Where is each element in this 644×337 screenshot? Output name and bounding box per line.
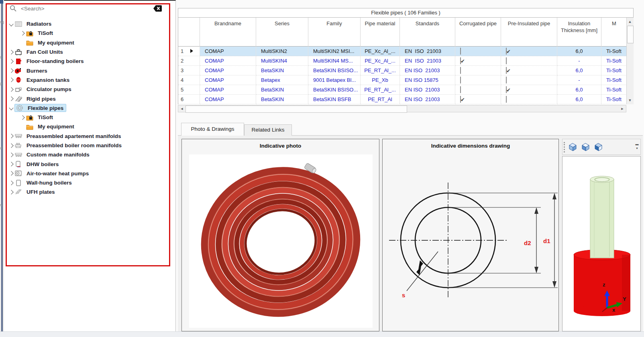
expander-icon[interactable]	[8, 134, 14, 138]
expander-icon[interactable]	[19, 32, 26, 35]
expander-icon[interactable]	[8, 22, 14, 26]
tab-photo-drawings[interactable]: Photo & Drawings	[181, 123, 244, 136]
expander-icon[interactable]	[8, 172, 14, 175]
column-header-insulation-thickness[interactable]: Insulation Thickness [mm]	[557, 18, 601, 47]
tree-item-ufh-plates[interactable]: UFH plates	[8, 187, 167, 197]
column-header-corrugated-pipe[interactable]: Corrugated pipe	[455, 18, 501, 47]
tree-item-my-equipment[interactable]: My equipment	[8, 122, 167, 131]
expander-icon[interactable]	[19, 116, 26, 119]
column-header-brandname[interactable]: Brandname	[200, 18, 256, 47]
expander-icon[interactable]	[8, 191, 14, 194]
pre-insulated-checkbox[interactable]	[506, 86, 507, 93]
tree-item-rigid-pipes[interactable]: Rigid pipes	[8, 94, 167, 103]
table-row[interactable]: 5 COMAP BetaSKIN BetaSKIN BSISO... PE_RT…	[178, 85, 626, 95]
tree-item-expansion-tanks[interactable]: Expansion tanks	[8, 75, 167, 85]
search-input[interactable]	[20, 5, 142, 12]
folder-lock-icon	[26, 114, 34, 121]
indicative-photo-image	[189, 154, 373, 328]
tree-item-radiators[interactable]: Radiators	[8, 19, 167, 28]
expander-icon[interactable]	[8, 162, 14, 166]
current-row-marker-icon	[190, 49, 193, 53]
dimensions-panel-title: Indicative dimensions drawing	[383, 139, 558, 149]
tree-item-fan-coil-units[interactable]: Fan Coil Units	[8, 47, 167, 57]
pre-insulated-checkbox[interactable]	[506, 77, 507, 83]
column-header-pipe-material[interactable]: Pipe material	[361, 18, 400, 47]
expander-icon[interactable]	[8, 69, 14, 72]
tree-item-label: Air-to-water heat pumps	[25, 170, 90, 177]
expander-icon[interactable]	[8, 106, 14, 110]
corrugated-checkbox[interactable]	[460, 48, 461, 55]
tree-item-tisoft[interactable]: TiSoft	[8, 28, 167, 38]
tree-item-dhw-boilers[interactable]: DHW boilers	[8, 159, 167, 168]
application-window: ng C g d n Radiators TiSoft	[0, 0, 644, 337]
equipment-tree: Radiators TiSoft My equipment Fan Coil U…	[8, 19, 167, 197]
scroll-right-icon[interactable]: ►	[619, 106, 626, 112]
radiator-icon	[14, 20, 22, 28]
pre-insulated-checkbox[interactable]	[506, 48, 507, 55]
column-header-manufacturer[interactable]: M	[601, 18, 627, 47]
tree-item-label: UFH plates	[25, 189, 57, 195]
corrugated-checkbox[interactable]	[460, 57, 461, 64]
pre-insulated-checkbox[interactable]	[506, 57, 507, 64]
row-number-column-header[interactable]	[178, 18, 200, 47]
expander-icon[interactable]	[8, 51, 14, 54]
view-open-cube-icon[interactable]	[579, 141, 591, 152]
tree-item-preassembled-apartment-manifolds[interactable]: Preassembled apartement manifolds	[8, 132, 167, 141]
3d-model-viewport[interactable]: z Y x	[562, 156, 641, 331]
edge-text-fragment: d	[0, 146, 4, 150]
tree-item-air-to-water-heat-pumps[interactable]: Air-to-water heat pumps	[8, 169, 167, 178]
tree-item-circulator-pumps[interactable]: Circulator pumps	[8, 85, 167, 94]
column-header-series[interactable]: Series	[256, 18, 308, 47]
table-row[interactable]: 6 COMAP BetaSKIN BetaSKIN BSFB PE_RT_Al …	[178, 95, 626, 104]
manifold-icon	[14, 132, 22, 140]
expander-icon[interactable]	[8, 78, 14, 81]
tree-item-floor-standing-boilers[interactable]: Floor-standing boilers	[8, 57, 167, 66]
flexible-pipes-icon	[16, 104, 24, 112]
toolbar-drag-handle[interactable]	[564, 142, 566, 152]
scroll-up-icon[interactable]: ▲	[627, 18, 633, 25]
tree-item-label: Flexible pipes	[26, 105, 65, 112]
tree-item-custom-made-manifolds[interactable]: Custom made manifolds	[8, 150, 167, 159]
view-solid-cube-icon[interactable]	[567, 141, 579, 152]
scroll-left-icon[interactable]: ◄	[179, 106, 185, 112]
view-half-cube-icon[interactable]	[592, 141, 604, 152]
expander-icon[interactable]	[8, 88, 14, 91]
scroll-down-icon[interactable]: ▼	[627, 97, 633, 104]
column-header-pre-insulated-pipe[interactable]: Pre-Insulated pipe	[501, 18, 557, 47]
axis-label-z: z	[603, 282, 605, 288]
corrugated-checkbox[interactable]	[460, 96, 461, 103]
pre-insulated-checkbox[interactable]	[506, 96, 507, 103]
tree-item-label: TiSoft	[36, 114, 55, 121]
tree-item-my-equipment[interactable]: My equipment	[8, 38, 167, 47]
expander-icon[interactable]	[8, 97, 14, 100]
tree-item-label: Rigid pipes	[25, 95, 57, 102]
vertical-scrollbar-thumb[interactable]	[627, 26, 634, 43]
table-row[interactable]: 4 COMAP Betapex 9001 Betapex Bl... PE_Xb…	[178, 75, 626, 85]
expander-icon[interactable]	[8, 144, 14, 147]
clear-search-icon[interactable]	[153, 5, 162, 12]
column-header-standards[interactable]: Standards	[400, 18, 455, 47]
tree-item-flexible-pipes[interactable]: Flexible pipes	[8, 104, 167, 113]
tab-related-links[interactable]: Related Links	[244, 124, 292, 136]
tree-item-preassembled-boiler-room-manifolds[interactable]: Preassembled boiler room manifolds	[8, 141, 167, 150]
axis-label-x: x	[612, 307, 615, 313]
dimension-label-d2: d2	[524, 240, 531, 246]
table-row[interactable]: 2 COMAP MultiSKIN4 MultiSKIN4 MS... PE_X…	[178, 56, 626, 66]
selected-tree-item[interactable]: Flexible pipes	[14, 104, 66, 112]
expander-icon[interactable]	[8, 153, 14, 156]
tree-item-tisoft[interactable]: TiSoft	[8, 113, 167, 122]
pre-insulated-checkbox[interactable]	[506, 67, 507, 74]
corrugated-checkbox[interactable]	[460, 77, 461, 83]
tree-item-label: Circulator pumps	[25, 86, 73, 93]
column-header-family[interactable]: Family	[308, 18, 361, 47]
table-row[interactable]: 1 COMAP MultiSKIN2 MultiSKIN2 MSI... PE_…	[178, 47, 626, 56]
tree-item-wall-hung-boilers[interactable]: Wall-hung boilers	[8, 178, 167, 187]
corrugated-checkbox[interactable]	[460, 67, 461, 74]
expander-icon[interactable]	[8, 60, 14, 63]
corrugated-checkbox[interactable]	[460, 86, 461, 93]
horizontal-scrollbar-thumb[interactable]	[185, 106, 407, 113]
tree-item-burners[interactable]: Burners	[8, 66, 167, 75]
table-row[interactable]: 3 COMAP BetaSKIN BetaSKIN BSISO... PE_RT…	[178, 66, 626, 75]
toolbar-overflow-dropdown-icon[interactable]: ▬▾	[634, 142, 640, 151]
expander-icon[interactable]	[8, 181, 14, 185]
